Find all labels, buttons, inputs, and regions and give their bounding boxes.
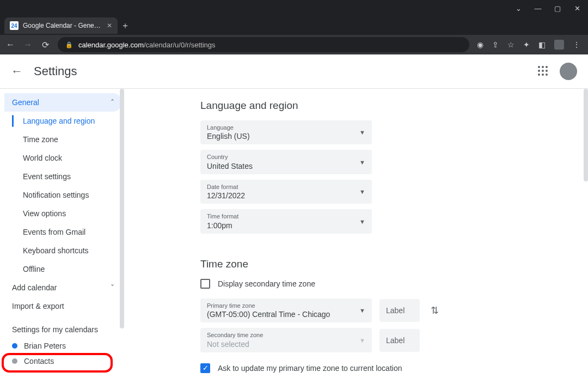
sidebar-item-world-clock[interactable]: World clock — [4, 149, 122, 167]
ask-update-checkbox[interactable]: ✓ — [200, 363, 210, 373]
url-path: /calendar/u/0/r/settings — [144, 41, 216, 49]
page-title: Settings — [34, 64, 77, 78]
sidebar-item-event-settings[interactable]: Event settings — [4, 167, 122, 186]
forward-button[interactable]: → — [23, 40, 33, 50]
calendar-color-dot — [12, 343, 17, 349]
sidebar-section-my-calendars: Settings for my calendars — [4, 315, 122, 338]
primary-timezone-select[interactable]: Primary time zone (GMT-05:00) Central Ti… — [200, 298, 372, 322]
new-tab-button[interactable]: ＋ — [118, 20, 133, 32]
caret-down-icon: ▼ — [359, 307, 365, 314]
main-scrollbar[interactable] — [584, 89, 588, 181]
reload-button[interactable]: ⟳ — [40, 40, 50, 50]
language-select[interactable]: Language English (US) ▼ — [200, 120, 372, 144]
primary-timezone-label-input[interactable]: Label — [379, 299, 420, 322]
date-format-select[interactable]: Date format 12/31/2022 ▼ — [200, 180, 372, 204]
swap-timezones-icon[interactable]: ⇅ — [431, 304, 439, 316]
browser-tab[interactable]: 24 Google Calendar - General settin ✕ — [4, 17, 118, 34]
country-select[interactable]: Country United States ▼ — [200, 150, 372, 174]
time-format-select[interactable]: Time format 1:00pm ▼ — [200, 209, 372, 233]
chrome-menu-icon[interactable]: ⋮ — [573, 40, 580, 49]
account-avatar[interactable] — [560, 63, 577, 80]
ask-update-label: Ask to update my primary time zone to cu… — [218, 364, 402, 373]
panel-icon[interactable]: ◧ — [538, 40, 546, 49]
sidebar-item-events-gmail[interactable]: Events from Gmail — [4, 223, 122, 241]
chevron-up-icon: ˄ — [111, 98, 114, 107]
section-title-time-zone: Time zone — [200, 258, 588, 270]
calendar-name: Contacts — [24, 357, 54, 365]
sidebar-item-add-calendar[interactable]: Add calendar ˅ — [4, 278, 122, 297]
close-window-icon[interactable]: ✕ — [569, 4, 585, 13]
chevron-down-icon[interactable]: ⌄ — [511, 4, 526, 13]
back-button[interactable]: ← — [5, 40, 15, 50]
address-bar[interactable]: 🔒 calendar.google.com/calendar/u/0/r/set… — [58, 37, 469, 52]
minimize-icon[interactable]: — — [530, 4, 546, 13]
tab-title: Google Calendar - General settin — [23, 22, 102, 29]
calendar-color-dot — [12, 358, 17, 364]
maximize-icon[interactable]: ▢ — [550, 4, 565, 13]
calendar-item-brian-peters[interactable]: Brian Peters — [4, 338, 122, 353]
calendar-item-contacts[interactable]: Contacts — [4, 353, 122, 369]
eye-icon[interactable]: ◉ — [477, 40, 483, 49]
caret-down-icon: ▼ — [359, 129, 365, 136]
google-apps-button[interactable] — [538, 66, 549, 77]
caret-down-icon: ▼ — [359, 159, 365, 166]
display-secondary-checkbox[interactable] — [200, 279, 210, 289]
caret-down-icon: ▼ — [359, 337, 365, 344]
url-domain: calendar.google.com — [78, 41, 144, 49]
sidebar-item-offline[interactable]: Offline — [4, 260, 122, 278]
sidebar-section-label: General — [12, 98, 39, 107]
lock-icon: 🔒 — [65, 41, 73, 48]
sidebar-section-general[interactable]: General ˄ — [4, 93, 122, 112]
display-secondary-label: Display secondary time zone — [218, 279, 315, 288]
sidebar-item-import-export[interactable]: Import & export — [4, 297, 122, 315]
sidebar-item-view-options[interactable]: View options — [4, 204, 122, 223]
share-icon[interactable]: ⇪ — [492, 40, 499, 49]
calendar-name: Brian Peters — [24, 342, 66, 350]
close-tab-icon[interactable]: ✕ — [107, 22, 112, 29]
caret-down-icon: ▼ — [359, 218, 365, 225]
caret-down-icon: ▼ — [359, 188, 365, 195]
section-title-lang-region: Language and region — [200, 100, 588, 112]
sidebar-item-notification-settings[interactable]: Notification settings — [4, 186, 122, 204]
secondary-timezone-select: Secondary time zone Not selected ▼ — [200, 328, 372, 352]
extensions-icon[interactable]: ✦ — [523, 40, 530, 49]
profile-chip[interactable] — [554, 40, 564, 50]
chevron-down-icon: ˅ — [111, 283, 114, 292]
sidebar-item-time-zone[interactable]: Time zone — [4, 130, 122, 149]
favicon-icon: 24 — [10, 21, 19, 30]
sidebar-item-keyboard-shortcuts[interactable]: Keyboard shortcuts — [4, 241, 122, 260]
sidebar-item-language-region[interactable]: Language and region — [4, 112, 122, 130]
star-icon[interactable]: ☆ — [507, 40, 514, 49]
secondary-timezone-label-input: Label — [379, 329, 420, 352]
back-arrow-icon[interactable]: ← — [11, 64, 27, 78]
